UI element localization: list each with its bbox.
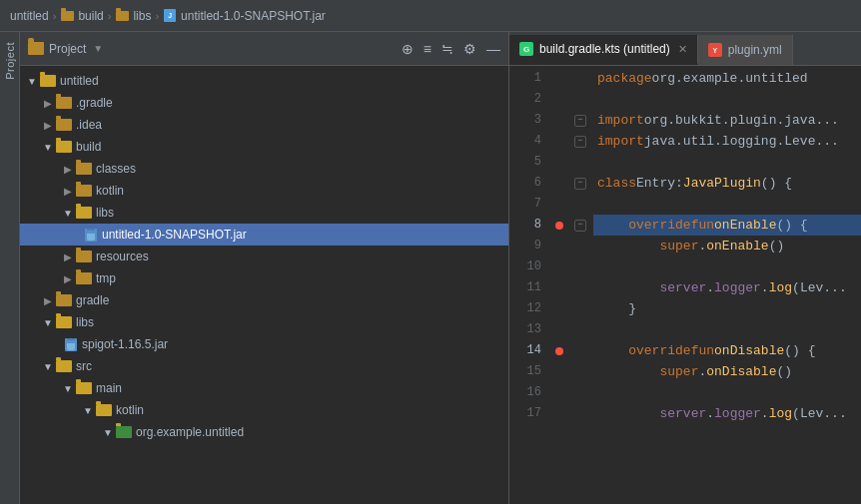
tree-folder-icon-gradle <box>56 97 72 109</box>
token: . <box>698 361 706 382</box>
tree-arrow-kotlin2[interactable]: ▼ <box>80 405 96 416</box>
tree-arrow-libs[interactable]: ▼ <box>40 317 56 328</box>
vertical-tab-project[interactable]: Project <box>0 32 20 504</box>
breadcrumb-jar[interactable]: untitled-1.0-SNAPSHOT.jar <box>181 9 326 23</box>
tree-item-src[interactable]: ▼ src <box>20 355 508 377</box>
expand-all-button[interactable]: ≒ <box>441 41 453 57</box>
line-num-15: 15 <box>509 361 541 382</box>
breadcrumb: untitled › build › libs › J untitled-1.0… <box>0 0 861 32</box>
token: logger <box>714 403 761 424</box>
tree-folder-icon-kotlin-build <box>76 185 92 197</box>
tree-folder-icon-resources <box>76 251 92 262</box>
gutter-8 <box>549 215 569 236</box>
token: log <box>769 277 792 298</box>
breadcrumb-build-icon <box>60 9 74 23</box>
tree-item-libs[interactable]: ▼ libs <box>20 311 508 333</box>
token: super <box>659 361 698 382</box>
tree-arrow-tmp[interactable]: ▶ <box>60 273 76 284</box>
tree-label-main: main <box>96 381 500 395</box>
fold-btn-4[interactable]: − <box>574 136 586 148</box>
code-line-2 <box>593 89 861 110</box>
panel-dropdown-arrow[interactable]: ▼ <box>93 43 103 54</box>
add-content-button[interactable]: ⊕ <box>402 41 414 57</box>
line-num-17: 17 <box>509 403 541 424</box>
token: JavaPlugin <box>683 173 761 194</box>
fold-btn-3[interactable]: − <box>574 115 586 127</box>
breakpoint-14[interactable] <box>555 347 563 355</box>
tree-item-idea[interactable]: ▶ .idea <box>20 114 508 136</box>
gutter-3 <box>549 110 569 131</box>
token: onEnable <box>706 236 768 256</box>
breakpoint-8[interactable] <box>555 222 563 230</box>
tree-arrow-org-example[interactable]: ▼ <box>100 427 116 438</box>
tree-arrow-libs-build[interactable]: ▼ <box>60 208 76 219</box>
tab-build-gradle[interactable]: G build.gradle.kts (untitled) ✕ <box>509 35 698 65</box>
tab-yaml-icon: Y <box>708 43 722 57</box>
line-num-7: 7 <box>509 194 541 215</box>
tree-item-untitled[interactable]: ▼ untitled <box>20 70 508 92</box>
tab-build-gradle-close[interactable]: ✕ <box>678 43 687 56</box>
token: onDisable <box>706 361 776 382</box>
tab-plugin-yml[interactable]: Y plugin.yml <box>698 35 793 65</box>
tree-folder-icon-gradle2 <box>56 294 72 306</box>
tree-label-libs-build: libs <box>96 206 500 220</box>
project-tree: ▼ untitled ▶ .gradle ▶ .idea ▼ <box>20 66 508 504</box>
collapse-all-button[interactable]: ≡ <box>424 41 431 57</box>
panel-title: Project ▼ <box>28 42 103 56</box>
tree-folder-icon-kotlin2 <box>96 404 112 416</box>
fold-btn-6[interactable]: − <box>574 178 586 190</box>
breadcrumb-build[interactable]: build <box>78 9 103 23</box>
tree-arrow-main[interactable]: ▼ <box>60 383 76 394</box>
tree-arrow-idea[interactable]: ▶ <box>40 120 56 131</box>
tree-arrow-untitled[interactable]: ▼ <box>24 76 40 87</box>
tree-item-classes[interactable]: ▶ classes <box>20 158 508 180</box>
token <box>597 340 628 361</box>
line-num-5: 5 <box>509 152 541 173</box>
tree-arrow-resources[interactable]: ▶ <box>60 252 76 262</box>
settings-button[interactable]: ⚙ <box>463 41 476 57</box>
code-line-12: } <box>593 298 861 319</box>
token: onEnable <box>714 215 776 236</box>
tree-arrow-kotlin-build[interactable]: ▶ <box>60 186 76 197</box>
code-area[interactable]: package org.example.untitled import org.… <box>589 66 861 504</box>
tree-item-kotlin2[interactable]: ▼ kotlin <box>20 399 508 421</box>
tree-item-libs-build[interactable]: ▼ libs <box>20 202 508 224</box>
fold-gutter: − − − − <box>569 66 589 504</box>
tree-item-gradle[interactable]: ▶ .gradle <box>20 92 508 114</box>
breadcrumb-jar-icon: J <box>163 9 177 23</box>
line-num-14: 14 <box>509 340 541 361</box>
tree-item-spigot-jar[interactable]: spigot-1.16.5.jar <box>20 333 508 355</box>
token: logger <box>714 277 761 298</box>
tree-item-kotlin-build[interactable]: ▶ kotlin <box>20 180 508 202</box>
tree-arrow-build[interactable]: ▼ <box>40 142 56 153</box>
tree-item-resources[interactable]: ▶ resources <box>20 246 508 267</box>
token: import <box>597 110 644 131</box>
gutter-area <box>549 66 569 504</box>
gutter-2 <box>549 89 569 110</box>
line-num-16: 16 <box>509 382 541 403</box>
tree-arrow-gradle2[interactable]: ▶ <box>40 295 56 306</box>
tree-arrow-classes[interactable]: ▶ <box>60 164 76 175</box>
fold-btn-8[interactable]: − <box>574 220 586 232</box>
token: override <box>628 340 690 361</box>
tree-label-build: build <box>76 140 500 154</box>
tree-item-untitled-jar[interactable]: untitled-1.0-SNAPSHOT.jar <box>20 224 508 246</box>
code-line-4: import java.util.logging.Leve... <box>593 131 861 152</box>
breadcrumb-untitled[interactable]: untitled <box>10 9 49 23</box>
tree-item-build[interactable]: ▼ build <box>20 136 508 158</box>
tree-arrow-src[interactable]: ▼ <box>40 361 56 372</box>
tree-item-org-example[interactable]: ▼ org.example.untitled <box>20 421 508 443</box>
tree-arrow-gradle[interactable]: ▶ <box>40 98 56 109</box>
tree-item-tmp[interactable]: ▶ tmp <box>20 267 508 289</box>
minimize-panel-button[interactable]: — <box>486 41 500 57</box>
tree-label-kotlin2: kotlin <box>116 403 500 417</box>
tree-item-main[interactable]: ▼ main <box>20 377 508 399</box>
tree-label-untitled: untitled <box>60 74 500 88</box>
gutter-10 <box>549 256 569 277</box>
panel-header: Project ▼ ⊕ ≡ ≒ ⚙ — <box>20 32 508 66</box>
line-num-13: 13 <box>509 319 541 340</box>
breadcrumb-libs[interactable]: libs <box>133 9 151 23</box>
vertical-tab-label[interactable]: Project <box>4 42 16 80</box>
tree-item-gradle2[interactable]: ▶ gradle <box>20 289 508 311</box>
tree-folder-icon-src <box>56 360 72 372</box>
